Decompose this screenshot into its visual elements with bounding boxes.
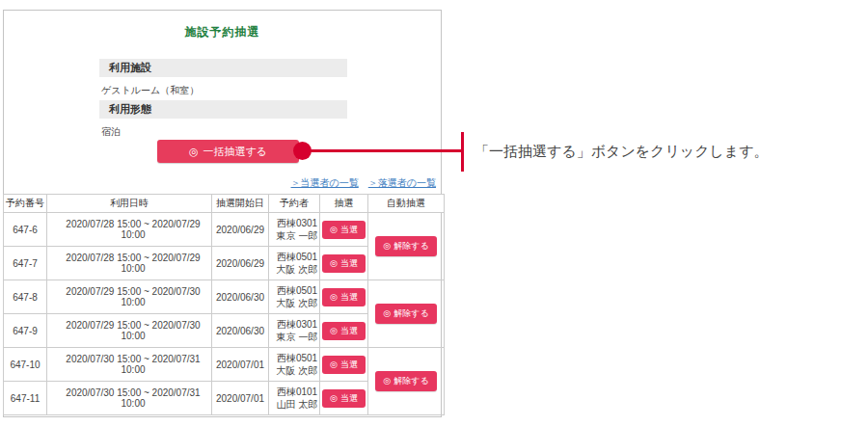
cell-reservation-no: 647-9 bbox=[4, 314, 47, 348]
reserver-room: 西棟0301 bbox=[275, 217, 319, 230]
cell-usage-datetime: 2020/07/29 15:00 ~ 2020/07/30 10:00 bbox=[47, 280, 212, 314]
cell-reservation-no: 647-6 bbox=[4, 213, 47, 247]
cell-lottery-result: ◎当選 bbox=[320, 213, 368, 247]
bulk-lottery-button-label: 一括抽選する bbox=[203, 145, 268, 159]
callout-dot bbox=[293, 142, 312, 160]
col-header-auto-lottery: 自動抽選 bbox=[368, 195, 445, 213]
lottery-icon: ◎ bbox=[383, 309, 391, 318]
dart-icon: ◎ bbox=[330, 293, 338, 302]
lottery-icon: ◎ bbox=[189, 146, 199, 157]
win-badge: ◎当選 bbox=[322, 322, 366, 340]
cell-auto-lottery: ◎解除する bbox=[368, 280, 445, 348]
cell-reservation-no: 647-10 bbox=[4, 348, 47, 382]
cell-reservation-no: 647-8 bbox=[4, 280, 47, 314]
reserver-name: 大阪 次郎 bbox=[275, 364, 319, 378]
section-value-usage-type: 宿泊 bbox=[101, 125, 121, 139]
callout-instruction-text: 「一括抽選する」ボタンをクリックします。 bbox=[475, 143, 769, 161]
col-header-reserver: 予約者 bbox=[269, 195, 320, 213]
cell-reserver: 西棟0501 大阪 次郎 bbox=[269, 348, 320, 382]
cell-reservation-no: 647-11 bbox=[4, 382, 47, 415]
release-button-label: 解除する bbox=[393, 307, 428, 320]
win-badge-label: 当選 bbox=[340, 224, 358, 236]
reserver-room: 西棟0301 bbox=[275, 318, 319, 332]
win-badge: ◎当選 bbox=[322, 356, 366, 374]
release-button[interactable]: ◎解除する bbox=[375, 236, 436, 256]
win-badge: ◎当選 bbox=[322, 221, 366, 239]
col-header-usage-datetime: 利用日時 bbox=[47, 195, 212, 213]
cell-usage-datetime: 2020/07/30 15:00 ~ 2020/07/31 10:00 bbox=[47, 348, 212, 382]
lottery-icon: ◎ bbox=[383, 377, 391, 386]
col-header-reservation-no: 予約番号 bbox=[4, 195, 47, 213]
section-value-facility: ゲストルーム（和室） bbox=[101, 84, 199, 97]
reserver-name: 東京 一郎 bbox=[275, 331, 319, 344]
cell-lottery-result: ◎当選 bbox=[320, 314, 368, 348]
release-button[interactable]: ◎解除する bbox=[375, 304, 436, 324]
dart-icon: ◎ bbox=[330, 327, 338, 335]
cell-lottery-result: ◎当選 bbox=[320, 382, 368, 415]
win-badge-label: 当選 bbox=[340, 291, 358, 304]
col-header-lottery: 抽選 bbox=[320, 195, 368, 213]
reservation-panel: 施設予約抽選 利用施設 ゲストルーム（和室） 利用形態 宿泊 ◎ 一括抽選する … bbox=[3, 10, 442, 417]
losers-list-link[interactable]: ＞落選者の一覧 bbox=[368, 176, 436, 190]
list-links: ＞当選者の一覧 ＞落選者の一覧 bbox=[291, 176, 436, 190]
cell-reservation-no: 647-7 bbox=[4, 247, 47, 280]
winners-list-link[interactable]: ＞当選者の一覧 bbox=[291, 176, 359, 190]
table-row: 647-10 2020/07/30 15:00 ~ 2020/07/31 10:… bbox=[4, 348, 445, 382]
cell-lottery-result: ◎当選 bbox=[320, 247, 368, 280]
cell-lottery-start-date: 2020/06/30 bbox=[212, 280, 269, 314]
section-label-facility: 利用施設 bbox=[99, 59, 347, 77]
release-button-label: 解除する bbox=[393, 375, 428, 387]
cell-reserver: 西棟0101 山田 太郎 bbox=[269, 382, 320, 415]
cell-usage-datetime: 2020/07/29 15:00 ~ 2020/07/30 10:00 bbox=[47, 314, 212, 348]
win-badge-label: 当選 bbox=[340, 257, 358, 270]
cell-auto-lottery: ◎解除する bbox=[368, 348, 445, 415]
cell-reserver: 西棟0301 東京 一郎 bbox=[269, 314, 320, 348]
win-badge-label: 当選 bbox=[340, 392, 358, 405]
cell-usage-datetime: 2020/07/28 15:00 ~ 2020/07/29 10:00 bbox=[47, 247, 212, 280]
win-badge: ◎当選 bbox=[322, 254, 366, 273]
col-header-lottery-start-date: 抽選開始日 bbox=[212, 195, 269, 213]
release-button-label: 解除する bbox=[393, 240, 428, 253]
cell-usage-datetime: 2020/07/28 15:00 ~ 2020/07/29 10:00 bbox=[47, 213, 212, 247]
table-row: 647-8 2020/07/29 15:00 ~ 2020/07/30 10:0… bbox=[4, 280, 445, 314]
cell-lottery-start-date: 2020/07/01 bbox=[212, 348, 269, 382]
cell-reserver: 西棟0501 大阪 次郎 bbox=[269, 247, 320, 280]
reserver-room: 西棟0101 bbox=[275, 386, 319, 399]
reserver-name: 大阪 次郎 bbox=[275, 297, 319, 310]
page-title: 施設予約抽選 bbox=[4, 24, 441, 40]
dart-icon: ◎ bbox=[330, 360, 338, 369]
bulk-lottery-button[interactable]: ◎ 一括抽選する bbox=[157, 140, 299, 163]
cell-reserver: 西棟0301 東京 一郎 bbox=[269, 213, 320, 247]
dart-icon: ◎ bbox=[330, 259, 338, 268]
cell-lottery-start-date: 2020/06/29 bbox=[212, 247, 269, 280]
win-badge-label: 当選 bbox=[340, 359, 358, 371]
win-badge: ◎当選 bbox=[322, 389, 366, 408]
release-button[interactable]: ◎解除する bbox=[375, 371, 436, 391]
reserver-room: 西棟0501 bbox=[275, 284, 319, 298]
reserver-room: 西棟0501 bbox=[275, 352, 319, 365]
lottery-table-wrap: 予約番号 利用日時 抽選開始日 予約者 抽選 自動抽選 647-6 2020/0… bbox=[3, 194, 444, 415]
lottery-icon: ◎ bbox=[383, 242, 391, 251]
lottery-table: 予約番号 利用日時 抽選開始日 予約者 抽選 自動抽選 647-6 2020/0… bbox=[3, 194, 445, 415]
cell-lottery-start-date: 2020/07/01 bbox=[212, 382, 269, 415]
callout-bracket-line bbox=[461, 132, 464, 172]
reserver-name: 山田 太郎 bbox=[275, 398, 319, 412]
reserver-room: 西棟0501 bbox=[275, 251, 319, 264]
cell-reserver: 西棟0501 大阪 次郎 bbox=[269, 280, 320, 314]
section-label-usage-type: 利用形態 bbox=[99, 100, 347, 119]
dart-icon: ◎ bbox=[330, 226, 338, 234]
cell-lottery-start-date: 2020/06/29 bbox=[212, 213, 269, 247]
table-row: 647-6 2020/07/28 15:00 ~ 2020/07/29 10:0… bbox=[4, 213, 445, 247]
cell-usage-datetime: 2020/07/30 15:00 ~ 2020/07/31 10:00 bbox=[47, 382, 212, 415]
win-badge: ◎当選 bbox=[322, 288, 366, 306]
win-badge-label: 当選 bbox=[340, 325, 358, 337]
cell-lottery-result: ◎当選 bbox=[320, 348, 368, 382]
cell-auto-lottery: ◎解除する bbox=[368, 213, 445, 280]
table-header-row: 予約番号 利用日時 抽選開始日 予約者 抽選 自動抽選 bbox=[4, 195, 445, 213]
cell-lottery-start-date: 2020/06/30 bbox=[212, 314, 269, 348]
reserver-name: 大阪 次郎 bbox=[275, 263, 319, 277]
dart-icon: ◎ bbox=[330, 394, 338, 403]
cell-lottery-result: ◎当選 bbox=[320, 280, 368, 314]
reserver-name: 東京 一郎 bbox=[275, 229, 319, 243]
callout-connector-line bbox=[304, 149, 462, 152]
